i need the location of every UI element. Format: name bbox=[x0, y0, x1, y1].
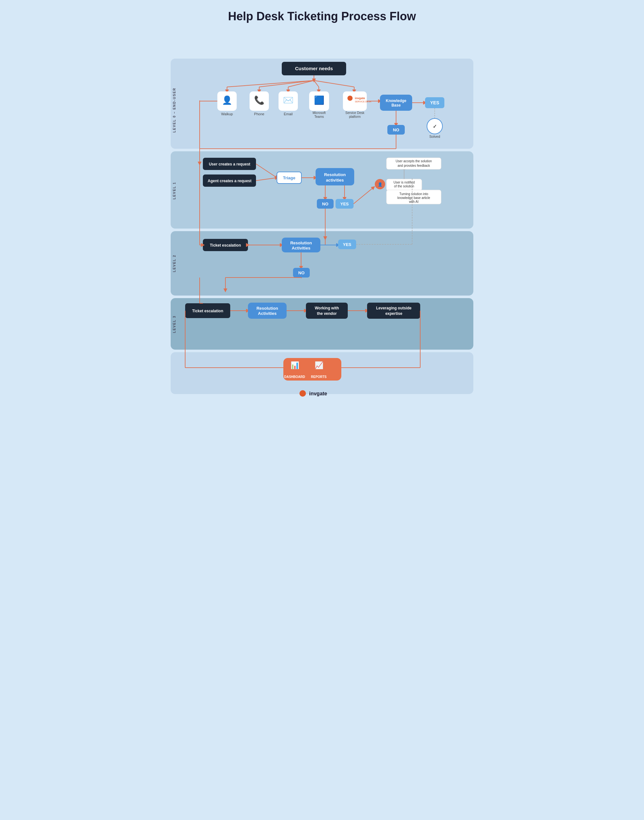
invgate-logo-circle bbox=[347, 96, 353, 101]
email-icon: ✉️ bbox=[283, 95, 294, 105]
working-vendor-node bbox=[306, 303, 348, 319]
customer-needs-label: Customer needs bbox=[295, 66, 333, 71]
level2-label: LEVEL 2 bbox=[173, 254, 176, 272]
invgate-text: invgate bbox=[355, 97, 365, 100]
yes-label-l0: YES bbox=[430, 100, 439, 105]
kb-article-label1: Turning solution into bbox=[399, 192, 428, 196]
user-notified-label2: of the solution bbox=[394, 184, 414, 188]
leveraging-label2: expertise bbox=[385, 311, 403, 316]
user-icon: 👤 bbox=[378, 182, 383, 187]
teams-label: Microsoft bbox=[313, 111, 326, 115]
teams-icon: 🟦 bbox=[314, 95, 325, 105]
reports-label: REPORTS bbox=[311, 375, 327, 379]
resolution-l1-label2: activities bbox=[326, 178, 344, 182]
working-vendor-label1: Working with bbox=[314, 306, 339, 310]
level1-label: LEVEL 1 bbox=[173, 182, 176, 199]
leveraging-node bbox=[367, 303, 420, 319]
ticket-esc-l2-label: Ticket escalation bbox=[210, 243, 241, 248]
kb-article-label3: with AI bbox=[409, 200, 418, 204]
working-vendor-label2: the vendor bbox=[317, 311, 337, 316]
level0-label: LEVEL 0 – END-USER bbox=[173, 87, 176, 133]
footer-brand-label: invgate bbox=[309, 391, 327, 396]
resolution-l2-label2: Activities bbox=[292, 246, 310, 250]
resolution-l3-label1: Resolution bbox=[256, 306, 278, 311]
walkup-label: Walkup bbox=[221, 112, 233, 116]
servicedesk-label: Service Desk bbox=[345, 111, 365, 115]
user-accepts-label2: and provides feedback bbox=[398, 164, 431, 167]
reports-icon: 📈 bbox=[314, 361, 324, 369]
phone-label: Phone bbox=[254, 112, 264, 116]
solved-check-icon: ✓ bbox=[433, 124, 437, 129]
email-label: Email bbox=[284, 112, 293, 116]
kb-label2: Base bbox=[391, 103, 401, 107]
user-creates-label: User creates a request bbox=[209, 162, 250, 166]
kb-article-label2: knowledge base article bbox=[397, 196, 430, 199]
ticket-esc-l3-label: Ticket escalation bbox=[192, 309, 224, 313]
level3-label: LEVEL 3 bbox=[173, 316, 176, 333]
user-accepts-label1: User accepts the solution bbox=[396, 159, 432, 163]
teams-label2: Teams bbox=[314, 115, 324, 118]
dashboard-icon: 📊 bbox=[290, 361, 299, 369]
kb-label1: Knowledge bbox=[386, 98, 406, 103]
yes-label-l1: YES bbox=[340, 202, 349, 206]
page-title: Help Desk Ticketing Process Flow bbox=[167, 10, 477, 23]
page-wrapper: Help Desk Ticketing Process Flow LEVEL 0… bbox=[161, 0, 483, 432]
walkup-icon: 👤 bbox=[222, 95, 233, 105]
resolution-l3-node bbox=[248, 303, 287, 319]
solved-label: Solved bbox=[429, 135, 440, 138]
main-diagram: LEVEL 0 – END-USER LEVEL 1 LEVEL 2 LEVEL… bbox=[167, 33, 477, 419]
user-notified-label1: User is notified bbox=[394, 181, 415, 184]
resolution-l2-label1: Resolution bbox=[290, 241, 312, 245]
servicedesk-label2: platform bbox=[349, 115, 360, 118]
resolution-l1-label1: Resolution bbox=[324, 172, 345, 177]
no-label-l1: NO bbox=[322, 202, 328, 206]
triage-label: Triage bbox=[283, 175, 295, 180]
no-label-l2: NO bbox=[298, 270, 305, 275]
no-label-l0: NO bbox=[393, 127, 399, 132]
resolution-l3-label2: Activities bbox=[258, 311, 277, 316]
yes-label-l2: YES bbox=[343, 242, 351, 247]
dashboard-label: DASHBOARD bbox=[284, 375, 305, 379]
leveraging-label1: Leveraging outside bbox=[376, 306, 411, 310]
phone-icon: 📞 bbox=[254, 95, 265, 105]
footer-invgate-circle bbox=[299, 390, 306, 397]
agent-creates-label: Agent creates a request bbox=[208, 179, 251, 183]
